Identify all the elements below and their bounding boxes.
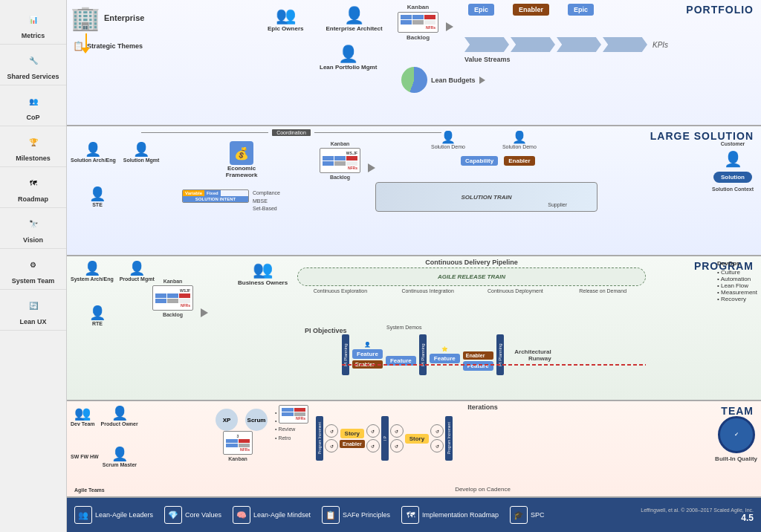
sidebar-item-vision[interactable]: 🔭 Vision — [0, 208, 66, 249]
feature-box-1: Feature — [352, 349, 383, 359]
set-based-label: Set-Based — [253, 205, 280, 213]
enterprise-building-icon: 🏢 — [71, 4, 100, 32]
main-container: 📊 Metrics 🔧 Shared Services 👥 CoP 🏆 Mile… — [0, 0, 761, 532]
enterprise-architect-group: 👤 Enterprise Architect — [326, 6, 382, 32]
solution-arch-eng-icon: 👤 — [85, 141, 101, 158]
lean-agile-mindset-label: Lean-Agile Mindset — [253, 511, 311, 519]
kanban-arrow — [446, 22, 453, 31]
sidebar-item-metrics[interactable]: 📊 Metrics — [0, 4, 66, 45]
footer-lean-agile-mindset: 🧠 Lean-Agile Mindset — [233, 506, 311, 524]
solution-mgmt-group: 👤 Solution Mgmt — [123, 141, 160, 163]
impl-roadmap-label: Implementation Roadmap — [422, 511, 499, 519]
solution-arch-eng-group: 👤 Solution Arch/Eng — [71, 141, 116, 163]
develop-on-cadence-label: Develop on Cadence — [320, 486, 646, 493]
sidebar-item-cop[interactable]: 👥 CoP — [0, 85, 66, 126]
arrow-yellow-down — [81, 48, 90, 53]
sidebar-item-milestones[interactable]: 🏆 Milestones — [0, 126, 66, 167]
sidebar-item-roadmap[interactable]: 🗺 Roadmap — [0, 167, 66, 208]
scrum-group: Scrum — [245, 409, 268, 431]
solution-intent-label: SOLUTION INTENT — [183, 196, 248, 202]
customer-solution-group: Customer 👤 Solution Solution Context — [712, 141, 754, 192]
sidebar-item-system-team[interactable]: ⚙ System Team — [0, 249, 66, 290]
sidebar-label-cop: CoP — [27, 114, 40, 121]
iter-circle-3: ↺ — [366, 424, 380, 438]
team-pi-planning-3: Program Increment — [445, 416, 453, 461]
solution-demo-1: 👤 Solution Demo — [431, 130, 465, 149]
rte-icon: 👤 — [89, 305, 106, 321]
iter-circle-6: ↺ — [390, 439, 404, 452]
ia-marker-1: ⭐ — [430, 346, 460, 352]
feature-box-4: Feature — [463, 361, 493, 371]
roadmap-icon: 🗺 — [22, 172, 45, 194]
art-label: AGILE RELEASE TRAIN — [438, 273, 505, 280]
lean-ux-icon: 🔄 — [22, 294, 45, 317]
customer-label: Customer — [721, 141, 745, 146]
release-demand: Release on Demand — [560, 288, 646, 293]
solution-train-label: SOLUTION TRAIN — [462, 194, 512, 201]
ls-kanban-label: Kanban — [331, 141, 350, 146]
shared-services-icon: 🔧 — [22, 49, 45, 71]
sidebar-label-system-team: System Team — [12, 277, 54, 285]
epic-box-1: Epic — [468, 4, 494, 16]
spc-icon: 🎓 — [510, 506, 528, 524]
supplier-label: Supplier — [548, 202, 567, 207]
copyright-area: Leffingwell, et al. © 2008–2017 Scaled A… — [641, 507, 754, 523]
retro-label: • Retro — [275, 434, 297, 442]
xp-circle: XP — [216, 409, 238, 431]
coordination-label: Coordination — [272, 129, 311, 136]
solution-demo-2: 👤 Solution Demo — [502, 130, 537, 149]
lean-agile-leaders-icon: 👥 — [74, 506, 92, 524]
sidebar: 📊 Metrics 🔧 Shared Services 👥 CoP 🏆 Mile… — [0, 0, 67, 532]
prog-kanban-board: WSJF NFRs — [152, 285, 193, 311]
sidebar-item-shared-services[interactable]: 🔧 Shared Services — [0, 45, 66, 85]
solution-mgmt-icon: 👤 — [133, 141, 149, 158]
devops-automation: • Automation — [717, 276, 757, 282]
enabler-box-1: Enabler — [513, 4, 549, 16]
sidebar-label-lean-ux: Lean UX — [19, 318, 46, 325]
ls-wsjf: WS.JF — [323, 151, 357, 155]
devops-label: DevOps — [717, 260, 757, 267]
spc-label: SPC — [531, 511, 545, 519]
art-container: AGILE RELEASE TRAIN — [297, 267, 646, 286]
footer-spc: 🎓 SPC — [510, 506, 545, 524]
devops-group: DevOps • Culture • Automation • Lean Flo… — [717, 260, 757, 302]
metrics-icon: 📊 — [22, 8, 45, 30]
sidebar-label-vision: Vision — [23, 236, 43, 244]
economic-framework-icon: 💰 — [230, 141, 253, 165]
safe-principles-icon: 📋 — [322, 506, 340, 524]
scrum-master-label: Scrum Master — [103, 462, 137, 467]
safe-principles-label: SAFe Principles — [343, 511, 390, 519]
built-in-quality-label: Built-In Quality — [715, 455, 757, 462]
pi-planning-3: PI Planning — [496, 334, 504, 375]
portfolio-label: PORTFOLIO — [686, 4, 754, 16]
section-program: PROGRAM 👤 System Arch/Eng 👤 Product Mgmt… — [67, 256, 761, 401]
mbse-label: MBSE — [253, 198, 280, 206]
prog-backlog-label: Backlog — [163, 312, 183, 317]
sw-fw-hw-label: SW FW HW — [71, 454, 99, 459]
cdp-label: Continuous Delivery Pipeline — [297, 259, 646, 266]
iterations-label: Iterations — [320, 403, 646, 411]
lean-portfolio-icon: 👤 — [338, 45, 358, 64]
story-box-2: Story — [405, 434, 429, 444]
devops-culture: • Culture — [717, 269, 757, 276]
rte-group: 👤 RTE — [89, 305, 106, 326]
system-demo-marker: 👤 — [352, 342, 383, 348]
sidebar-item-lean-ux[interactable]: 🔄 Lean UX — [0, 290, 66, 331]
cont-deployment: Continuous Deployment — [473, 288, 559, 293]
sidebar-label-milestones: Milestones — [16, 155, 51, 162]
rte-label: RTE — [92, 321, 103, 326]
fixed-label: Fixed — [204, 190, 221, 196]
agile-teams-label: Agile Teams — [74, 487, 105, 493]
epic-box-2: Epic — [568, 4, 594, 16]
economic-framework-label: Economic Framework — [216, 165, 268, 178]
enterprise-architect-label: Enterprise Architect — [326, 25, 382, 32]
epic-owners-icon: 👥 — [276, 6, 296, 25]
scrum-circle: Scrum — [245, 409, 268, 431]
biq-badge: ✓ — [718, 416, 755, 453]
team-backlog-board: NFRs — [279, 405, 308, 424]
cont-integration: Continuous Integration — [385, 288, 471, 293]
footer-lean-agile-leaders: 👥 Lean-Agile Leaders — [74, 506, 153, 524]
pi-planning-2: PI Planning — [419, 334, 427, 375]
lean-portfolio-mgmt-group: 👤 Lean Portfolio Mgmt — [320, 45, 377, 71]
footer: 👥 Lean-Agile Leaders 💎 Core Values 🧠 Lea… — [67, 498, 761, 532]
